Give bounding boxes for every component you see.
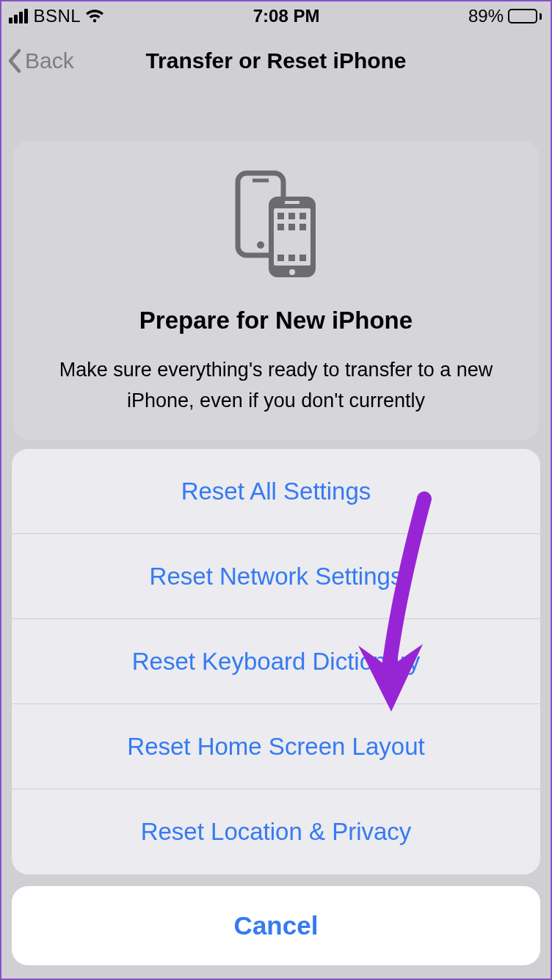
battery-percent: 89% [468, 6, 504, 26]
action-sheet-options: Reset All Settings Reset Network Setting… [12, 449, 540, 874]
option-label: Reset Home Screen Layout [127, 733, 424, 761]
nav-bar: Back Transfer or Reset iPhone [0, 32, 552, 89]
chevron-left-icon [6, 48, 23, 74]
svg-point-1 [257, 241, 264, 249]
signal-icon [9, 9, 28, 23]
reset-network-settings-option[interactable]: Reset Network Settings [12, 534, 540, 619]
option-label: Reset Location & Privacy [141, 818, 412, 846]
option-label: Reset Keyboard Dictionary [132, 648, 421, 676]
cancel-label: Cancel [234, 911, 319, 940]
back-button[interactable]: Back [6, 48, 74, 74]
status-bar: BSNL 7:08 PM 89% [0, 0, 552, 32]
svg-point-14 [289, 269, 295, 275]
svg-rect-7 [299, 213, 306, 219]
reset-keyboard-dictionary-option[interactable]: Reset Keyboard Dictionary [12, 619, 540, 704]
clock-time: 7:08 PM [253, 6, 320, 26]
action-sheet: Reset All Settings Reset Network Setting… [12, 449, 540, 965]
svg-rect-6 [288, 213, 295, 219]
svg-rect-8 [277, 224, 284, 230]
svg-rect-13 [299, 255, 306, 261]
card-description: Make sure everything's ready to transfer… [37, 355, 515, 417]
option-label: Reset All Settings [181, 478, 371, 505]
reset-all-settings-option[interactable]: Reset All Settings [12, 449, 540, 534]
reset-location-privacy-option[interactable]: Reset Location & Privacy [12, 789, 540, 874]
option-label: Reset Network Settings [150, 563, 403, 590]
svg-rect-5 [277, 213, 284, 219]
card-title: Prepare for New iPhone [37, 307, 515, 334]
svg-rect-12 [288, 255, 295, 261]
carrier-label: BSNL [34, 6, 81, 26]
battery-icon [508, 9, 542, 23]
status-left: BSNL [9, 6, 104, 26]
prepare-card[interactable]: Prepare for New iPhone Make sure everyth… [13, 141, 539, 440]
back-label: Back [25, 48, 74, 73]
svg-rect-11 [277, 255, 284, 261]
wifi-icon [85, 9, 104, 23]
cancel-button[interactable]: Cancel [12, 886, 540, 965]
page-title: Transfer or Reset iPhone [145, 48, 406, 73]
status-right: 89% [468, 6, 542, 26]
svg-rect-10 [299, 224, 306, 230]
transfer-phones-icon [37, 170, 515, 280]
reset-home-screen-layout-option[interactable]: Reset Home Screen Layout [12, 704, 540, 789]
svg-rect-9 [288, 224, 295, 230]
